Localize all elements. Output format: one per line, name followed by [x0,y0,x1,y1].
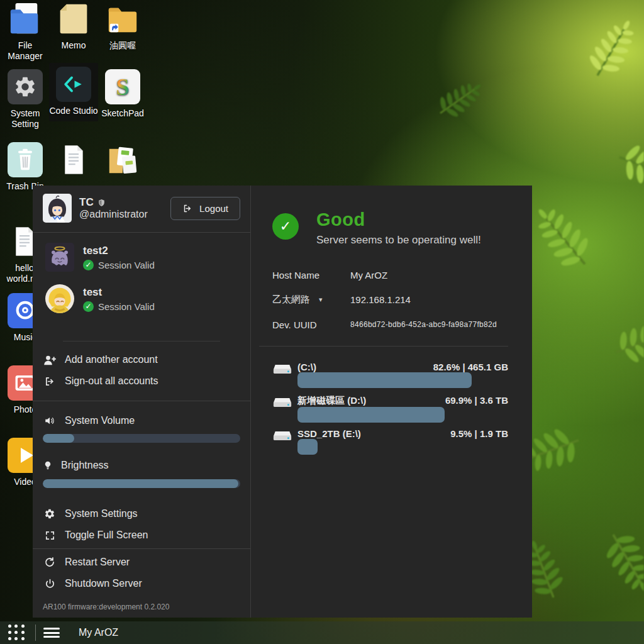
menu-button[interactable] [43,628,60,638]
desktop-icon-memo[interactable]: Memo [49,1,98,51]
desktop-icon-sketchpad[interactable]: S SketchPad [98,69,147,119]
svg-text:S: S [116,74,129,100]
uuid-value: 8466bd72-bdb6-452a-abc9-fa98a77fb82d [350,320,497,329]
network-interface-dropdown[interactable]: 乙太網路 ▾ [272,294,350,306]
taskbar: My ArOZ [0,621,644,644]
disk-name: (C:\) [297,362,316,372]
user-menu-panel: TC @administrator Logout test2 ✓Session … [33,186,250,618]
hostname-label: Host Name [272,270,350,280]
disk-name: 新增磁碟區 (D:\) [297,395,366,407]
account-row-test2[interactable]: test2 ✓Session Valid [45,243,238,272]
session-status: Session Valid [98,260,155,270]
server-health: ✓ Good Server seems to be operating well… [272,209,508,247]
add-user-icon [43,355,57,365]
disk-row-e: SSD_2TB (E:\) 9.5% | 1.9 TB [272,428,508,444]
hard-drive-icon [272,362,292,376]
hostname-value: My ArOZ [350,270,387,280]
check-icon: ✓ [83,260,94,270]
logout-button[interactable]: Logout [170,197,240,220]
toggle-fullscreen-item[interactable]: Toggle Full Screen [33,525,250,546]
disk-row-c: (C:\) 82.6% | 465.1 GB [272,362,508,377]
volume-slider-fill [43,434,74,443]
desktop-icon-code-studio[interactable]: Code Studio [49,63,98,121]
shutdown-server-item[interactable]: Shutdown Server [33,573,250,594]
disk-usage-bar [297,439,508,455]
current-user-info: TC @administrator [79,196,170,220]
desktop: File Manager Memo 油圓喔 System Setting Cod… [0,0,644,644]
desktop-icon-folder-files[interactable] [98,142,147,181]
fullscreen-icon [45,530,55,541]
avatar [43,194,72,223]
status-subtitle: Server seems to be operating well! [316,234,481,247]
status-check-icon: ✓ [272,213,299,240]
brightness-slider[interactable] [43,479,240,488]
signout-all-label: Sign-out all accounts [65,375,158,387]
status-title: Good [316,209,481,230]
add-account-label: Add another account [65,354,158,365]
desktop-icon-trash-bin[interactable]: Trash Bin [1,142,50,192]
divider [33,548,250,549]
firmware-version: AR100 firmware:development 0.2.020 [43,602,240,611]
signout-all-item[interactable]: Sign-out all accounts [33,370,250,392]
shutdown-server-label: Shutdown Server [65,578,142,589]
file-manager-icon [8,1,43,36]
memo-icon [56,1,91,36]
disk-usage-fill [297,439,318,455]
system-setting-icon [8,69,43,104]
toggle-fullscreen-label: Toggle Full Screen [65,530,148,541]
restart-server-item[interactable]: Restart Server [33,552,250,573]
network-row: 乙太網路 ▾ 192.168.1.214 [272,294,508,306]
divider [35,625,36,641]
play-icon [21,448,33,463]
uuid-label: Dev. UUID [272,319,350,330]
desktop-icon-file-manager[interactable]: File Manager [1,1,50,62]
account-name: test2 [83,245,108,257]
logout-label: Logout [199,203,228,214]
disk-usage: 82.6% | 465.1 GB [433,362,508,372]
account-name: test [83,286,102,298]
account-row-test[interactable]: test ✓Session Valid [45,284,238,313]
host-info: Host Name My ArOZ 乙太網路 ▾ 192.168.1.214 D… [272,269,508,330]
disk-list: (C:\) 82.6% | 465.1 GB 新增磁碟區 (D:\) 69.9%… [272,362,508,444]
desktop-icon-label: File Manager [1,40,50,62]
hostname-row: Host Name My ArOZ [272,269,508,280]
desktop-icon-label: Memo [62,40,86,51]
brightness-slider-fill [43,479,238,488]
check-icon: ✓ [83,301,94,312]
disk-name: SSD_2TB (E:\) [297,428,361,439]
admin-shield-icon [97,198,106,208]
speaker-icon [43,415,57,426]
disk-usage-fill [297,407,445,423]
slider-section: System Volume Brightness [33,401,250,488]
uuid-row: Dev. UUID 8466bd72-bdb6-452a-abc9-fa98a7… [272,319,508,330]
session-status: Session Valid [98,301,155,312]
folder-files-icon [105,142,140,177]
avatar [45,243,74,272]
restart-server-label: Restart Server [65,557,130,568]
restart-icon [44,557,55,568]
avatar [45,284,74,313]
power-icon [45,578,55,589]
current-user-handle: @administrator [79,209,148,219]
system-settings-item[interactable]: System Settings [33,503,250,525]
gear-icon [44,508,55,519]
disk-usage: 9.5% | 1.9 TB [450,428,508,439]
divider [63,341,220,341]
system-settings-label: System Settings [65,508,138,519]
document-icon [56,142,91,177]
disk-usage: 69.9% | 3.6 TB [445,395,508,407]
desktop-icon-folder-shortcut[interactable]: 油圓喔 [98,1,147,51]
volume-slider[interactable] [43,434,240,443]
bulb-icon [43,459,53,472]
disk-usage-bar [297,407,508,423]
app-grid-button[interactable] [8,625,25,641]
brightness-label: Brightness [61,460,109,471]
desktop-icon-system-setting[interactable]: System Setting [1,69,50,130]
trash-icon [8,142,43,177]
server-status-panel: ✓ Good Server seems to be operating well… [250,186,532,618]
disk-usage-bar [297,372,508,388]
desktop-icon-document[interactable] [49,142,98,181]
disk-usage-fill [297,372,472,388]
logout-icon [182,204,193,213]
add-account-item[interactable]: Add another account [33,349,250,370]
